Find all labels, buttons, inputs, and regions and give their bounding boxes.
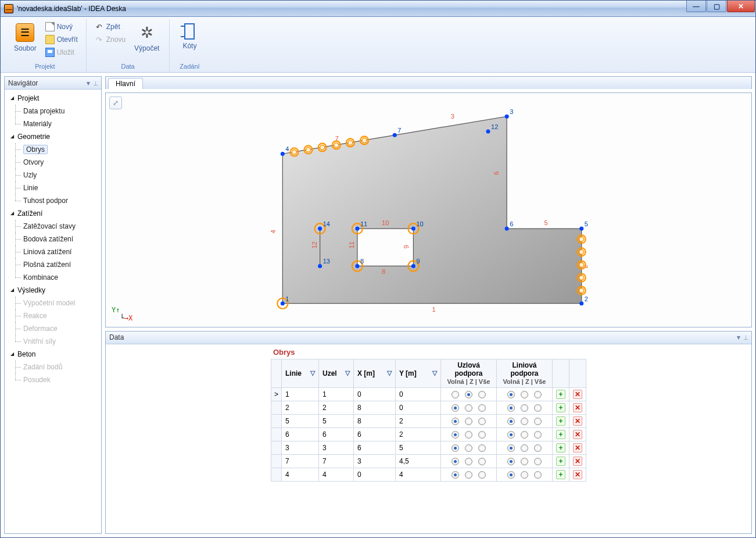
radio-ls-2[interactable] <box>534 418 542 425</box>
nav-item-tuhost-podpor[interactable]: Tuhost podpor <box>7 194 99 207</box>
filter-icon[interactable]: ▽ <box>310 369 315 377</box>
radio-ls-1[interactable] <box>521 391 528 398</box>
delete-row-button[interactable]: ✕ <box>573 403 582 412</box>
minimize-button[interactable]: — <box>686 1 706 12</box>
obrys-grid[interactable]: Linie▽Uzel▽X [m]▽Y [m]▽Uzlová podporaVol… <box>271 359 586 482</box>
nav-item-plošná-zatížení[interactable]: Plošná zatížení <box>7 258 99 271</box>
node-3[interactable] <box>505 115 509 119</box>
radio-ls-1[interactable] <box>521 458 528 465</box>
node-7[interactable] <box>393 133 397 137</box>
filter-icon[interactable]: ▽ <box>345 369 350 377</box>
delete-row-button[interactable]: ✕ <box>573 443 582 453</box>
nav-item-obrys[interactable]: Obrys <box>7 143 99 156</box>
add-row-button[interactable]: + <box>556 390 565 399</box>
add-row-button[interactable]: + <box>556 430 565 439</box>
node-12[interactable] <box>486 129 490 133</box>
radio-ns-1[interactable] <box>465 458 472 465</box>
panel-dropdown-icon[interactable]: ▾ <box>87 79 90 87</box>
table-row[interactable]: 7734,5+✕ <box>271 454 586 468</box>
nav-item-kombinace[interactable]: Kombinace <box>7 271 99 284</box>
radio-ns-2[interactable] <box>478 404 486 412</box>
nav-item-otvory[interactable]: Otvory <box>7 156 99 169</box>
nav-section-geometrie[interactable]: Geometrie <box>7 130 99 143</box>
radio-ns-2[interactable] <box>478 444 486 452</box>
undo-button[interactable]: Zpět <box>92 20 128 33</box>
node-14[interactable] <box>318 227 322 231</box>
node-1[interactable] <box>281 301 285 305</box>
radio-ls-2[interactable] <box>534 404 542 412</box>
compute-button[interactable]: Výpočet <box>130 20 163 55</box>
dimensions-button[interactable]: Kóty <box>175 20 203 53</box>
radio-ls-2[interactable] <box>534 391 542 398</box>
radio-ls-0[interactable] <box>507 431 515 439</box>
radio-ns-2[interactable] <box>478 391 486 398</box>
filter-icon[interactable]: ▽ <box>432 369 437 377</box>
nav-item-zatěžovací-stavy[interactable]: Zatěžovací stavy <box>7 220 99 233</box>
new-button[interactable]: Nový <box>43 20 80 33</box>
nav-item-linie[interactable]: Linie <box>7 181 99 194</box>
table-row[interactable]: 6662+✕ <box>271 427 586 441</box>
nav-item-bodová-zatížení[interactable]: Bodová zatížení <box>7 233 99 245</box>
nav-section-projekt[interactable]: Projekt <box>7 92 99 105</box>
panel-pin-icon[interactable]: ⟂ <box>94 79 98 87</box>
delete-row-button[interactable]: ✕ <box>573 430 582 439</box>
radio-ls-0[interactable] <box>507 418 515 425</box>
table-row[interactable]: 2280+✕ <box>271 401 586 414</box>
delete-row-button[interactable]: ✕ <box>573 390 582 399</box>
tab-hlavni[interactable]: Hlavní <box>108 78 143 89</box>
node-4[interactable] <box>281 152 285 156</box>
radio-ls-2[interactable] <box>534 471 542 479</box>
save-button[interactable]: Uložit <box>43 46 80 59</box>
nav-section-beton[interactable]: Beton <box>7 348 99 361</box>
nav-item-data-projektu[interactable]: Data projektu <box>7 105 99 117</box>
table-row[interactable]: 3365+✕ <box>271 441 586 454</box>
viewport[interactable]: ⤢ <box>106 93 751 327</box>
node-8[interactable] <box>355 264 359 268</box>
delete-row-button[interactable]: ✕ <box>573 416 582 426</box>
table-row[interactable]: >1100+✕ <box>271 387 586 401</box>
node-10[interactable] <box>411 227 415 231</box>
add-row-button[interactable]: + <box>556 416 565 426</box>
radio-ls-1[interactable] <box>521 471 528 479</box>
radio-ns-0[interactable] <box>452 418 459 425</box>
radio-ls-2[interactable] <box>534 431 542 439</box>
nav-item-uzly[interactable]: Uzly <box>7 169 99 181</box>
radio-ns-0[interactable] <box>452 444 459 452</box>
radio-ls-0[interactable] <box>507 391 515 398</box>
add-row-button[interactable]: + <box>556 443 565 453</box>
radio-ns-0[interactable] <box>452 471 459 479</box>
radio-ns-1[interactable] <box>465 418 472 425</box>
radio-ns-2[interactable] <box>478 458 486 465</box>
redo-button[interactable]: Znovu <box>92 33 128 46</box>
table-row[interactable]: 4404+✕ <box>271 468 586 481</box>
radio-ls-2[interactable] <box>534 458 542 465</box>
node-6[interactable] <box>505 227 509 231</box>
radio-ls-1[interactable] <box>521 444 528 452</box>
radio-ls-0[interactable] <box>507 444 515 452</box>
nav-section-zatizeni[interactable]: Zatížení <box>7 207 99 220</box>
panel-pin-icon[interactable]: ⟂ <box>744 333 748 341</box>
add-row-button[interactable]: + <box>556 403 565 412</box>
close-button[interactable]: ✕ <box>727 1 755 12</box>
radio-ls-1[interactable] <box>521 404 528 412</box>
radio-ns-0[interactable] <box>452 431 459 439</box>
node-2[interactable] <box>579 301 583 305</box>
add-row-button[interactable]: + <box>556 470 565 479</box>
fullscreen-icon[interactable]: ⤢ <box>109 97 122 109</box>
table-row[interactable]: 5582+✕ <box>271 414 586 427</box>
delete-row-button[interactable]: ✕ <box>573 470 582 479</box>
radio-ns-1[interactable] <box>465 471 472 479</box>
radio-ns-2[interactable] <box>478 431 486 439</box>
radio-ns-1[interactable] <box>465 431 472 439</box>
maximize-button[interactable]: ▢ <box>707 1 726 12</box>
nav-item-liniová-zatížení[interactable]: Liniová zatížení <box>7 245 99 258</box>
open-button[interactable]: Otevřít <box>43 33 80 46</box>
radio-ls-0[interactable] <box>507 471 515 479</box>
radio-ls-0[interactable] <box>507 404 515 412</box>
radio-ns-1[interactable] <box>465 404 472 412</box>
panel-dropdown-icon[interactable]: ▾ <box>737 333 740 341</box>
radio-ns-1[interactable] <box>465 391 472 398</box>
delete-row-button[interactable]: ✕ <box>573 457 582 466</box>
radio-ns-1[interactable] <box>465 444 472 452</box>
navigator-tree[interactable]: ProjektData projektuMateriályGeometrieOb… <box>5 90 101 533</box>
